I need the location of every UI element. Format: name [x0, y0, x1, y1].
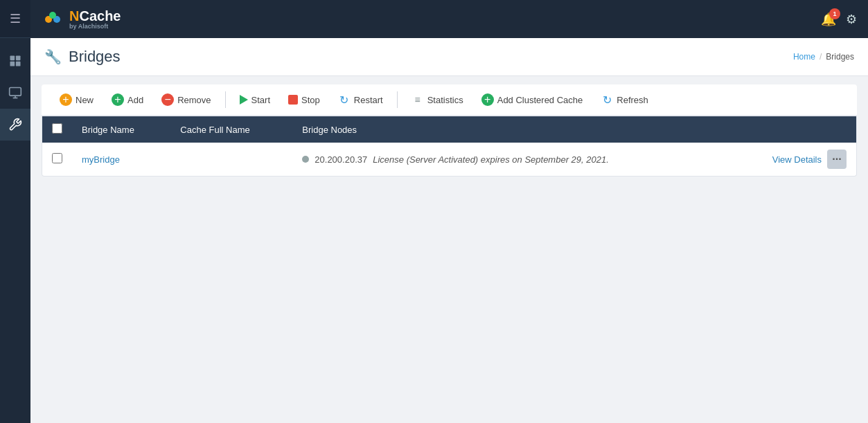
main-area: NCache by Alachisoft 🔔 1 ⚙ 🔧 Bridges Hom…: [30, 0, 868, 423]
toolbar: + New + Add − Remove Start Stop: [42, 84, 857, 116]
settings-button[interactable]: ⚙: [846, 12, 857, 27]
topbar-actions: 🔔 1 ⚙: [821, 12, 857, 27]
add-clustered-label: Add Clustered Cache: [497, 95, 583, 105]
app-name: NCache by Alachisoft: [69, 8, 121, 30]
monitor-icon: [8, 86, 22, 100]
refresh-button[interactable]: ↻ Refresh: [594, 90, 655, 109]
restart-button[interactable]: ↻ Restart: [331, 90, 390, 109]
page-title: Bridges: [69, 48, 121, 66]
sidebar: ☰: [0, 0, 30, 423]
content-area: 🔧 Bridges Home / Bridges + New + Add − R…: [30, 38, 868, 423]
remove-icon: −: [161, 93, 174, 106]
breadcrumb-current: Bridges: [826, 52, 854, 62]
breadcrumb-home[interactable]: Home: [793, 52, 815, 62]
refresh-icon: ↻: [601, 93, 613, 106]
statistics-button[interactable]: ≡ Statistics: [405, 90, 470, 109]
bridges-table: Bridge Name Cache Full Name Bridge Nodes…: [42, 116, 856, 176]
col-cache-full-name: Cache Full Name: [170, 116, 292, 143]
bridge-ip: 20.200.20.37: [315, 154, 367, 165]
start-label: Start: [251, 95, 270, 105]
refresh-label: Refresh: [617, 95, 648, 105]
breadcrumb-separator: /: [820, 52, 822, 62]
page-header: 🔧 Bridges Home / Bridges: [30, 38, 868, 76]
svg-rect-1: [16, 56, 21, 61]
add-label: Add: [127, 95, 143, 105]
svg-rect-4: [10, 88, 21, 96]
add-clustered-icon: +: [481, 93, 494, 106]
row-bridge-name-cell: myBridge: [72, 143, 170, 176]
remove-button[interactable]: − Remove: [154, 90, 218, 109]
add-clustered-cache-button[interactable]: + Add Clustered Cache: [475, 90, 590, 109]
bridge-license: License (Server Activated) expires on Se…: [373, 154, 609, 165]
notification-badge: 1: [829, 8, 840, 19]
new-button[interactable]: + New: [53, 90, 100, 109]
ncache-logo-icon: [42, 8, 64, 30]
bridge-name-link[interactable]: myBridge: [82, 154, 120, 165]
sidebar-logo-area: ☰: [0, 0, 30, 38]
stop-label: Stop: [301, 95, 320, 105]
sidebar-item-dashboard[interactable]: [0, 45, 30, 77]
sidebar-item-monitor[interactable]: [0, 77, 30, 109]
restart-label: Restart: [354, 95, 383, 105]
app-subtitle: by Alachisoft: [69, 23, 121, 30]
svg-rect-3: [16, 62, 21, 66]
remove-label: Remove: [177, 95, 211, 105]
bridges-table-body: myBridge 20.200.20.37 License (Server Ac…: [42, 143, 856, 176]
sidebar-nav: [0, 38, 30, 141]
topbar: NCache by Alachisoft 🔔 1 ⚙: [30, 0, 868, 38]
new-label: New: [76, 95, 94, 105]
bridges-table-container: Bridge Name Cache Full Name Bridge Nodes…: [42, 116, 857, 177]
row-checkbox-cell: [42, 143, 72, 176]
statistics-icon: ≡: [411, 93, 424, 106]
svg-rect-0: [10, 56, 15, 61]
svg-point-9: [49, 12, 56, 19]
dashboard-icon: [8, 54, 22, 68]
col-bridge-nodes: Bridge Nodes: [292, 116, 856, 143]
toolbar-separator-2: [397, 91, 398, 108]
row-bridge-nodes-cell: 20.200.20.37 License (Server Activated) …: [292, 143, 856, 176]
status-dot: [302, 156, 309, 163]
stop-button[interactable]: Stop: [281, 91, 327, 109]
add-button[interactable]: + Add: [105, 90, 150, 109]
start-icon: [240, 95, 248, 105]
view-details-link[interactable]: View Details: [772, 154, 822, 165]
select-all-checkbox[interactable]: [52, 123, 62, 134]
start-button[interactable]: Start: [233, 91, 277, 109]
breadcrumb: Home / Bridges: [793, 52, 854, 62]
page-title-group: 🔧 Bridges: [44, 48, 121, 66]
app-logo: NCache by Alachisoft: [42, 8, 121, 30]
tools-icon: [8, 118, 22, 132]
more-options-button[interactable]: ···: [827, 150, 847, 169]
restart-icon: ↻: [338, 93, 351, 106]
table-header-row: Bridge Name Cache Full Name Bridge Nodes: [42, 116, 856, 143]
col-checkbox: [42, 116, 72, 143]
table-row: myBridge 20.200.20.37 License (Server Ac…: [42, 143, 856, 176]
stop-icon: [288, 95, 298, 105]
statistics-label: Statistics: [427, 95, 463, 105]
new-icon: +: [60, 93, 72, 106]
sidebar-item-tools[interactable]: [0, 109, 30, 141]
toolbar-separator-1: [225, 91, 226, 108]
svg-rect-2: [10, 62, 15, 66]
col-bridge-name: Bridge Name: [72, 116, 170, 143]
row-checkbox[interactable]: [52, 153, 62, 163]
notifications-button[interactable]: 🔔 1: [821, 12, 836, 27]
hamburger-icon[interactable]: ☰: [10, 11, 21, 26]
page-header-icon: 🔧: [44, 48, 62, 65]
row-cache-full-name-cell: [170, 143, 292, 176]
add-icon: +: [112, 93, 124, 106]
